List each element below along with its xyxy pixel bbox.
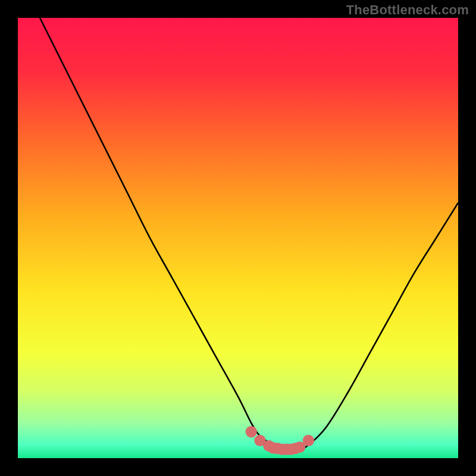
bottom-markers-group	[246, 426, 314, 455]
watermark-text: TheBottleneck.com	[346, 2, 469, 18]
chart-frame: TheBottleneck.com	[0, 0, 476, 476]
bottleneck-curve	[40, 18, 458, 450]
plot-area	[18, 18, 458, 458]
curve-layer	[18, 18, 458, 458]
marker-dot	[246, 426, 257, 437]
marker-dot	[303, 435, 314, 446]
